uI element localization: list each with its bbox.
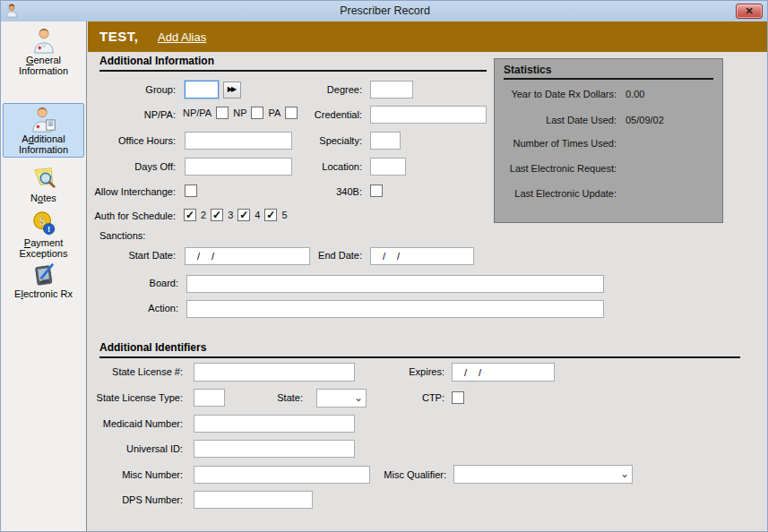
allow-interchange-label: Allow Interchange: xyxy=(91,186,176,197)
degree-input[interactable] xyxy=(370,81,413,99)
office-hours-label: Office Hours: xyxy=(91,135,176,146)
prescriber-record-window: Prescriber Record ✕ General Information xyxy=(0,0,768,532)
action-input[interactable] xyxy=(186,300,604,318)
expires-input[interactable] xyxy=(452,363,555,382)
prescriber-name: TEST, xyxy=(99,29,138,44)
stat-row: Last Electronic Update: xyxy=(495,188,722,201)
misc-qualifier-label: Misc Qualifier: xyxy=(355,469,446,480)
340b-label: 340B: xyxy=(270,186,362,197)
stat-label: Number of Times Used: xyxy=(498,138,617,149)
medicaid-number-label: Medicaid Number: xyxy=(91,418,183,429)
main-content: Additional Information Group: ▶▶ Degree:… xyxy=(88,52,768,532)
misc-qualifier-dropdown[interactable]: ⌄ xyxy=(453,465,633,484)
schedule-4-label: 4 xyxy=(255,210,260,220)
specialty-label: Specialty: xyxy=(270,135,362,146)
svg-text:!: ! xyxy=(47,225,50,234)
sidebar-item-general-information[interactable]: General Information xyxy=(3,24,84,79)
sidebar-item-notes[interactable]: Notes xyxy=(3,162,84,206)
general-information-icon xyxy=(30,27,58,54)
schedule-5-label: 5 xyxy=(281,210,287,220)
sidebar-item-electronic-rx[interactable]: Electronic Rx xyxy=(3,258,84,302)
ctp-label: CTP: xyxy=(355,392,444,403)
stat-label: Year to Date Rx Dollars: xyxy=(498,89,617,99)
end-date-input[interactable] xyxy=(370,247,474,265)
title-bar: Prescriber Record ✕ xyxy=(1,1,768,21)
340b-checkbox[interactable] xyxy=(370,184,383,197)
sidebar-label: Notes xyxy=(4,193,83,203)
auth-schedule-label: Auth for Schedule: xyxy=(91,210,176,221)
stat-row: Year to Date Rx Dollars: 0.00 xyxy=(495,89,722,101)
sidebar-label-line2: Information xyxy=(4,144,83,155)
location-label: Location: xyxy=(270,161,362,172)
np-checkbox[interactable] xyxy=(251,107,263,119)
sidebar-label: General xyxy=(4,55,83,65)
sidebar: General Information 2 Additional Informa… xyxy=(1,21,87,532)
stat-value: 0.00 xyxy=(626,89,644,99)
end-date-label: End Date: xyxy=(270,250,362,261)
schedule-3-label: 3 xyxy=(228,210,233,220)
degree-label: Degree: xyxy=(270,84,362,95)
group-label: Group: xyxy=(91,84,176,95)
stat-row: Last Electronic Request: xyxy=(495,163,722,176)
group-input[interactable] xyxy=(185,81,219,99)
section-divider xyxy=(99,356,740,358)
nppa-checkbox[interactable] xyxy=(216,107,229,119)
record-header: TEST, Add Alias xyxy=(88,21,768,52)
schedule-2-checkbox[interactable]: ✓ xyxy=(184,209,196,221)
days-off-label: Days Off: xyxy=(91,161,176,172)
group-expand-button[interactable]: ▶▶ xyxy=(223,82,241,99)
nppa-option1-label: NP/PA xyxy=(183,107,211,118)
stat-row: Last Date Used: 05/09/02 xyxy=(495,115,722,127)
medicaid-number-input[interactable] xyxy=(194,415,355,433)
additional-information-icon: 2 xyxy=(30,106,58,133)
misc-number-input[interactable] xyxy=(194,466,370,484)
credential-label: Credential: xyxy=(270,109,362,120)
electronic-rx-icon xyxy=(30,261,58,287)
nppa-option2-label: NP xyxy=(233,107,246,118)
stat-label: Last Electronic Request: xyxy=(498,163,617,174)
ctp-checkbox[interactable] xyxy=(452,391,464,404)
stat-label: Last Date Used: xyxy=(498,115,617,125)
sidebar-item-additional-information[interactable]: 2 Additional Information xyxy=(3,103,84,158)
add-alias-link[interactable]: Add Alias xyxy=(158,30,206,44)
credential-input[interactable] xyxy=(370,106,487,124)
specialty-input[interactable] xyxy=(370,132,401,150)
sidebar-item-payment-exceptions[interactable]: $ ! Payment Exceptions xyxy=(3,207,84,262)
universal-id-label: Universal ID: xyxy=(91,443,183,454)
universal-id-input[interactable] xyxy=(194,440,355,458)
sidebar-label: Payment xyxy=(4,237,83,248)
close-button[interactable]: ✕ xyxy=(736,4,763,19)
expires-label: Expires: xyxy=(355,366,444,377)
dps-number-label: DPS Number: xyxy=(91,494,183,505)
schedule-5-checkbox[interactable]: ✓ xyxy=(264,209,277,221)
state-license-input[interactable] xyxy=(194,363,355,382)
state-license-type-label: State License Type: xyxy=(91,392,183,403)
misc-number-label: Misc Number: xyxy=(91,469,183,480)
stat-value: 05/09/02 xyxy=(626,115,664,125)
location-input[interactable] xyxy=(370,158,406,176)
sidebar-label: Additional xyxy=(4,133,83,144)
section-title-additional-information: Additional Information xyxy=(99,55,214,67)
chevron-down-icon: ⌄ xyxy=(620,466,629,483)
payment-exceptions-icon: $ ! xyxy=(30,210,58,236)
sanctions-label: Sanctions: xyxy=(99,230,153,241)
nppa-label: NP/PA: xyxy=(91,109,176,120)
stat-label: Last Electronic Update: xyxy=(498,188,617,199)
action-label: Action: xyxy=(91,303,178,313)
state-label: State: xyxy=(220,392,303,403)
board-input[interactable] xyxy=(186,275,604,293)
schedule-4-checkbox[interactable]: ✓ xyxy=(237,209,250,221)
statistics-panel: Statistics Year to Date Rx Dollars: 0.00… xyxy=(494,58,723,223)
dps-number-input[interactable] xyxy=(194,491,313,509)
statistics-divider xyxy=(504,78,713,80)
schedule-2-label: 2 xyxy=(201,210,206,220)
auth-schedule-options: ✓ 2 ✓ 3 ✓ 4 ✓ 5 xyxy=(184,208,292,222)
schedule-3-checkbox[interactable]: ✓ xyxy=(211,209,223,221)
section-divider xyxy=(99,70,487,72)
state-license-label: State License #: xyxy=(91,366,183,377)
notes-icon xyxy=(30,165,58,192)
allow-interchange-checkbox[interactable] xyxy=(185,184,197,197)
board-label: Board: xyxy=(91,278,178,288)
sidebar-label: Electronic Rx xyxy=(4,288,83,299)
statistics-title: Statistics xyxy=(504,64,551,76)
